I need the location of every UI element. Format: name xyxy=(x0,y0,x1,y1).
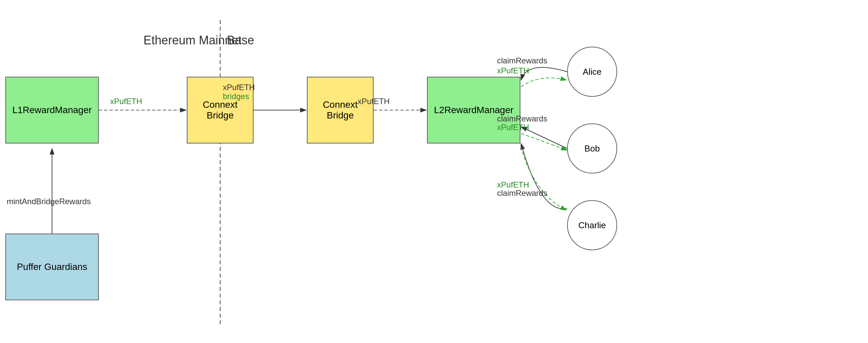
section-base: Base xyxy=(227,33,254,48)
diagram: Ethereum Mainnet Base L1RewardManager Co… xyxy=(0,0,868,343)
svg-line-6 xyxy=(521,133,567,150)
label-xpufeth-crossdivider: xPufETH xyxy=(223,83,255,92)
connext2-box: ConnextBridge xyxy=(307,77,374,144)
label-xpufeth-charlie: xPufETH xyxy=(497,180,529,189)
puffer-box: Puffer Guardians xyxy=(5,233,99,300)
label-xpufeth-alice: xPufETH xyxy=(497,66,529,75)
charlie-label: Charlie xyxy=(579,220,606,230)
l1reward-box: L1RewardManager xyxy=(5,77,99,144)
label-claim-bob: claimRewards xyxy=(497,114,548,123)
label-mint: mintAndBridgeRewards xyxy=(7,197,91,206)
label-xpufeth-bob: xPufETH xyxy=(497,123,529,132)
label-xpufeth-1: xPufETH xyxy=(110,97,142,106)
puffer-label: Puffer Guardians xyxy=(17,261,87,272)
arrows-svg xyxy=(0,0,868,343)
connext2-label: ConnextBridge xyxy=(323,99,358,121)
alice-node: Alice xyxy=(567,47,617,97)
label-claim-alice: claimRewards xyxy=(497,56,548,65)
l1reward-label: L1RewardManager xyxy=(12,105,92,116)
bob-label: Bob xyxy=(584,144,600,154)
label-claim-charlie: claimRewards xyxy=(497,189,548,198)
connext1-label: ConnextBridge xyxy=(203,99,238,121)
charlie-node: Charlie xyxy=(567,200,617,250)
alice-label: Alice xyxy=(583,67,601,77)
label-xpufeth-2: xPufETH xyxy=(358,97,390,106)
label-bridges: bridges xyxy=(223,92,249,101)
bob-node: Bob xyxy=(567,123,617,174)
l2reward-box: L2RewardManager xyxy=(427,77,520,144)
